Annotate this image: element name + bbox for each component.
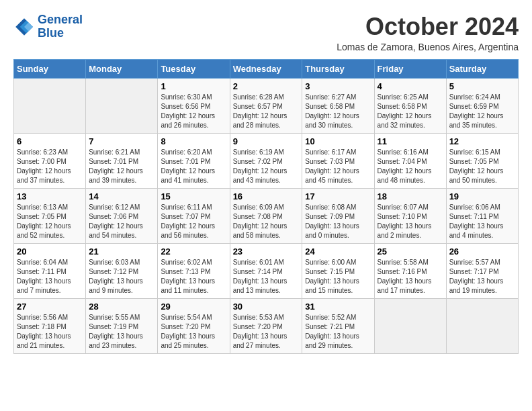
calendar-cell: 26Sunrise: 5:57 AM Sunset: 7:17 PM Dayli… — [446, 243, 518, 298]
day-number: 16 — [233, 191, 300, 201]
day-detail: Sunrise: 5:57 AM Sunset: 7:17 PM Dayligh… — [449, 258, 515, 295]
day-detail: Sunrise: 6:19 AM Sunset: 7:02 PM Dayligh… — [233, 148, 300, 185]
day-number: 4 — [378, 81, 443, 91]
calendar-cell: 11Sunrise: 6:16 AM Sunset: 7:04 PM Dayli… — [374, 133, 446, 188]
week-row-4: 27Sunrise: 5:56 AM Sunset: 7:18 PM Dayli… — [14, 298, 519, 353]
day-detail: Sunrise: 6:30 AM Sunset: 6:56 PM Dayligh… — [161, 93, 226, 130]
calendar-table: SundayMondayTuesdayWednesdayThursdayFrid… — [13, 59, 519, 354]
day-detail: Sunrise: 6:16 AM Sunset: 7:04 PM Dayligh… — [378, 148, 443, 185]
day-number: 12 — [449, 136, 515, 146]
title-block: October 2024 Lomas de Zamora, Buenos Air… — [337, 13, 519, 52]
day-number: 6 — [17, 136, 83, 146]
day-number: 18 — [378, 191, 443, 201]
day-detail: Sunrise: 6:03 AM Sunset: 7:12 PM Dayligh… — [89, 258, 154, 295]
day-number: 20 — [17, 246, 83, 257]
calendar-cell: 13Sunrise: 6:13 AM Sunset: 7:05 PM Dayli… — [14, 188, 86, 243]
day-detail: Sunrise: 6:02 AM Sunset: 7:13 PM Dayligh… — [161, 258, 226, 295]
day-detail: Sunrise: 6:13 AM Sunset: 7:05 PM Dayligh… — [17, 203, 83, 240]
day-detail: Sunrise: 6:25 AM Sunset: 6:58 PM Dayligh… — [378, 93, 443, 130]
day-detail: Sunrise: 6:04 AM Sunset: 7:11 PM Dayligh… — [17, 258, 83, 295]
day-detail: Sunrise: 5:53 AM Sunset: 7:20 PM Dayligh… — [233, 313, 300, 351]
calendar-cell: 29Sunrise: 5:54 AM Sunset: 7:20 PM Dayli… — [158, 298, 230, 353]
day-number: 10 — [305, 136, 371, 146]
day-detail: Sunrise: 5:58 AM Sunset: 7:16 PM Dayligh… — [378, 258, 443, 295]
day-detail: Sunrise: 6:17 AM Sunset: 7:03 PM Dayligh… — [305, 148, 371, 185]
day-number: 5 — [449, 81, 515, 91]
header-friday: Friday — [374, 59, 446, 78]
day-detail: Sunrise: 6:01 AM Sunset: 7:14 PM Dayligh… — [233, 258, 300, 295]
day-number: 24 — [305, 246, 371, 257]
header-tuesday: Tuesday — [158, 59, 230, 78]
day-detail: Sunrise: 6:15 AM Sunset: 7:05 PM Dayligh… — [449, 148, 515, 185]
calendar-cell: 9Sunrise: 6:19 AM Sunset: 7:02 PM Daylig… — [230, 133, 302, 188]
calendar-cell — [374, 298, 446, 353]
day-detail: Sunrise: 6:07 AM Sunset: 7:10 PM Dayligh… — [378, 203, 443, 240]
month-title: October 2024 — [337, 13, 519, 40]
day-number: 7 — [89, 136, 154, 146]
calendar-cell: 20Sunrise: 6:04 AM Sunset: 7:11 PM Dayli… — [14, 243, 86, 298]
day-number: 19 — [449, 191, 515, 201]
calendar-cell: 23Sunrise: 6:01 AM Sunset: 7:14 PM Dayli… — [230, 243, 302, 298]
day-number: 11 — [378, 136, 443, 146]
location-subtitle: Lomas de Zamora, Buenos Aires, Argentina — [337, 42, 519, 52]
day-detail: Sunrise: 5:56 AM Sunset: 7:18 PM Dayligh… — [17, 313, 83, 351]
day-detail: Sunrise: 5:52 AM Sunset: 7:21 PM Dayligh… — [305, 313, 371, 351]
week-row-0: 1Sunrise: 6:30 AM Sunset: 6:56 PM Daylig… — [14, 78, 519, 133]
header-sunday: Sunday — [14, 59, 86, 78]
calendar-cell: 8Sunrise: 6:20 AM Sunset: 7:01 PM Daylig… — [158, 133, 230, 188]
day-number: 26 — [449, 246, 515, 257]
calendar-cell: 17Sunrise: 6:08 AM Sunset: 7:09 PM Dayli… — [302, 188, 374, 243]
calendar-cell: 21Sunrise: 6:03 AM Sunset: 7:12 PM Dayli… — [86, 243, 158, 298]
day-detail: Sunrise: 6:12 AM Sunset: 7:06 PM Dayligh… — [89, 203, 154, 240]
logo-line2: Blue — [38, 26, 64, 40]
calendar-cell — [14, 78, 86, 133]
day-number: 2 — [233, 81, 300, 91]
day-number: 31 — [305, 302, 371, 312]
day-number: 13 — [17, 191, 83, 201]
day-number: 21 — [89, 246, 154, 257]
day-number: 8 — [161, 136, 226, 146]
day-number: 22 — [161, 246, 226, 257]
calendar-cell — [86, 78, 158, 133]
calendar-header: SundayMondayTuesdayWednesdayThursdayFrid… — [14, 59, 519, 78]
day-detail: Sunrise: 6:00 AM Sunset: 7:15 PM Dayligh… — [305, 258, 371, 295]
day-number: 17 — [305, 191, 371, 201]
calendar-cell: 19Sunrise: 6:06 AM Sunset: 7:11 PM Dayli… — [446, 188, 518, 243]
day-number: 25 — [378, 246, 443, 257]
calendar-cell: 1Sunrise: 6:30 AM Sunset: 6:56 PM Daylig… — [158, 78, 230, 133]
day-detail: Sunrise: 5:55 AM Sunset: 7:19 PM Dayligh… — [89, 313, 154, 351]
day-number: 29 — [161, 302, 226, 312]
day-number: 1 — [161, 81, 226, 91]
calendar-body: 1Sunrise: 6:30 AM Sunset: 6:56 PM Daylig… — [14, 78, 519, 353]
week-row-2: 13Sunrise: 6:13 AM Sunset: 7:05 PM Dayli… — [14, 188, 519, 243]
calendar-cell: 3Sunrise: 6:27 AM Sunset: 6:58 PM Daylig… — [302, 78, 374, 133]
day-detail: Sunrise: 6:08 AM Sunset: 7:09 PM Dayligh… — [305, 203, 371, 240]
header-wednesday: Wednesday — [230, 59, 302, 78]
logo-icon — [13, 16, 35, 38]
calendar-cell: 7Sunrise: 6:21 AM Sunset: 7:01 PM Daylig… — [86, 133, 158, 188]
calendar-cell: 15Sunrise: 6:11 AM Sunset: 7:07 PM Dayli… — [158, 188, 230, 243]
day-number: 15 — [161, 191, 226, 201]
day-detail: Sunrise: 6:11 AM Sunset: 7:07 PM Dayligh… — [161, 203, 226, 240]
day-number: 14 — [89, 191, 154, 201]
calendar-cell: 25Sunrise: 5:58 AM Sunset: 7:16 PM Dayli… — [374, 243, 446, 298]
page-header: General Blue October 2024 Lomas de Zamor… — [13, 13, 519, 52]
calendar-cell: 18Sunrise: 6:07 AM Sunset: 7:10 PM Dayli… — [374, 188, 446, 243]
calendar-cell: 5Sunrise: 6:24 AM Sunset: 6:59 PM Daylig… — [446, 78, 518, 133]
logo-text: General Blue — [38, 13, 83, 40]
day-number: 3 — [305, 81, 371, 91]
header-saturday: Saturday — [446, 59, 518, 78]
day-detail: Sunrise: 6:06 AM Sunset: 7:11 PM Dayligh… — [449, 203, 515, 240]
calendar-cell: 28Sunrise: 5:55 AM Sunset: 7:19 PM Dayli… — [86, 298, 158, 353]
calendar-cell — [446, 298, 518, 353]
calendar-cell: 14Sunrise: 6:12 AM Sunset: 7:06 PM Dayli… — [86, 188, 158, 243]
day-detail: Sunrise: 6:24 AM Sunset: 6:59 PM Dayligh… — [449, 93, 515, 130]
calendar-cell: 2Sunrise: 6:28 AM Sunset: 6:57 PM Daylig… — [230, 78, 302, 133]
calendar-cell: 30Sunrise: 5:53 AM Sunset: 7:20 PM Dayli… — [230, 298, 302, 353]
day-number: 23 — [233, 246, 300, 257]
calendar-cell: 22Sunrise: 6:02 AM Sunset: 7:13 PM Dayli… — [158, 243, 230, 298]
day-number: 9 — [233, 136, 300, 146]
day-detail: Sunrise: 6:28 AM Sunset: 6:57 PM Dayligh… — [233, 93, 300, 130]
day-detail: Sunrise: 6:23 AM Sunset: 7:00 PM Dayligh… — [17, 148, 83, 185]
calendar-cell: 12Sunrise: 6:15 AM Sunset: 7:05 PM Dayli… — [446, 133, 518, 188]
